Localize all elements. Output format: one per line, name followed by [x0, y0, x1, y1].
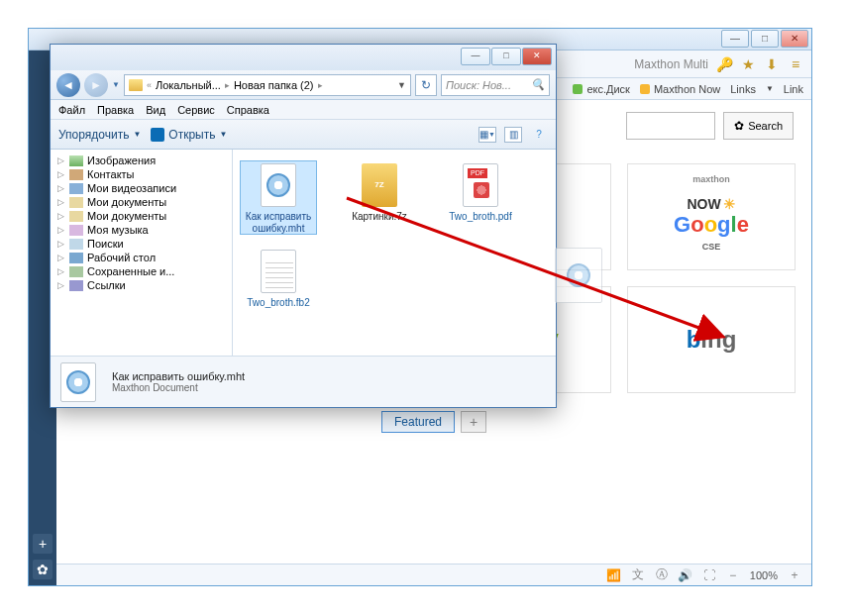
expand-icon[interactable]: ▷ [56, 184, 65, 193]
status-abp-icon[interactable]: Ⓐ [655, 568, 669, 582]
menu-view[interactable]: Вид [146, 104, 165, 116]
bookmark-link[interactable]: Link [784, 83, 803, 95]
crumb-chevron-icon[interactable]: ▸ [318, 80, 323, 90]
tree-label: Рабочий стол [87, 252, 156, 263]
file-grid[interactable]: Как исправить ошибку.mht 7Z Картинки.7z … [233, 150, 556, 356]
expand-icon[interactable]: ▷ [56, 254, 65, 262]
google-logo: Google [674, 212, 749, 238]
tree-label: Сохраненные и... [87, 265, 174, 277]
explorer-search-input[interactable]: Поиск: Нов... 🔍 [441, 74, 550, 96]
open-label: Открыть [168, 128, 215, 142]
nav-forward-button[interactable]: ► [84, 73, 108, 97]
key-icon[interactable]: 🔑 [716, 56, 732, 72]
bookmark-yandex-disk[interactable]: екс.Диск [573, 83, 630, 95]
tile-maxthon-now[interactable]: maxthon NOW ☀ Google CSE [627, 163, 796, 270]
star-icon[interactable]: ★ [740, 56, 756, 72]
videos-icon [69, 183, 83, 194]
nav-back-button[interactable]: ◄ [56, 73, 80, 97]
zoom-in-button[interactable]: + [788, 568, 801, 582]
download-icon[interactable]: ⬇ [764, 56, 780, 72]
tab-add-button[interactable]: + [461, 411, 486, 433]
expand-icon[interactable]: ▷ [56, 156, 65, 165]
crumb-chevron-icon[interactable]: ▸ [225, 80, 230, 90]
bookmark-maxthon-now[interactable]: Maxthon Now [640, 83, 720, 95]
gear-icon: ✿ [734, 119, 744, 133]
tree-item-images[interactable]: ▷Изображения [53, 154, 230, 167]
chevron-down-icon[interactable]: ▼ [112, 80, 120, 89]
address-bar[interactable]: « Локальный... ▸ Новая папка (2) ▸ ▼ [124, 74, 411, 96]
preview-pane-button[interactable]: ▥ [504, 127, 522, 143]
browser-minimize-button[interactable]: — [721, 30, 749, 48]
expand-icon[interactable]: ▷ [56, 170, 65, 179]
tab-featured[interactable]: Featured [381, 411, 455, 433]
tree-item-links[interactable]: ▷Ссылки [53, 278, 230, 292]
sidebar-add-button[interactable]: + [33, 534, 53, 554]
organize-button[interactable]: Упорядочить ▼ [58, 128, 141, 142]
explorer-minimize-button[interactable]: — [461, 48, 490, 65]
chevron-down-icon: ▼ [219, 130, 227, 139]
speed-dial-tabs: Featured + [74, 411, 794, 433]
search-input[interactable] [626, 112, 715, 140]
chevron-down-icon[interactable]: ▼ [766, 84, 774, 93]
tree-label: Мои документы [87, 196, 166, 208]
search-icon: 🔍 [531, 78, 545, 91]
status-fullscreen-icon[interactable]: ⛶ [702, 568, 716, 582]
view-options-button[interactable]: ▦▼ [478, 127, 496, 143]
bookmark-label: екс.Диск [586, 83, 630, 95]
search-folder-icon [69, 239, 83, 250]
sun-icon: ☀ [723, 196, 736, 212]
browser-maximize-button[interactable]: □ [751, 30, 779, 48]
zoom-out-button[interactable]: − [726, 568, 740, 582]
file-fb2[interactable]: Two_broth.fb2 [241, 248, 316, 309]
tree-item-videos[interactable]: ▷Мои видеозаписи [53, 181, 230, 195]
tree-item-desktop[interactable]: ▷Рабочий стол [53, 251, 230, 264]
status-sound-icon[interactable]: 🔊 [679, 568, 692, 582]
search-button[interactable]: ✿ Search [723, 112, 794, 140]
crumb-separator-icon: « [147, 80, 152, 90]
breadcrumb-1[interactable]: Локальный... [156, 79, 221, 91]
help-button[interactable]: ? [530, 127, 548, 143]
details-pane: Как исправить ошибку.mht Maxthon Documen… [51, 356, 556, 407]
now-brand-label: NOW [687, 196, 720, 212]
expand-icon[interactable]: ▷ [56, 267, 65, 276]
menu-tools[interactable]: Сервис [177, 104, 215, 116]
expand-icon[interactable]: ▷ [56, 198, 65, 207]
status-translate-icon[interactable]: 文 [631, 568, 645, 582]
menu-icon[interactable]: ≡ [788, 56, 803, 72]
tree-item-saved[interactable]: ▷Сохраненные и... [53, 264, 230, 278]
open-button[interactable]: Открыть ▼ [151, 128, 227, 142]
bookmark-links[interactable]: Links [730, 83, 756, 95]
links-icon [69, 280, 83, 291]
mht-file-icon [261, 163, 296, 207]
tree-item-documents-2[interactable]: ▷Мои документы [53, 209, 230, 223]
breadcrumb-2[interactable]: Новая папка (2) [234, 79, 314, 91]
expand-icon[interactable]: ▷ [56, 240, 65, 249]
tile-bing[interactable]: bing [627, 286, 796, 393]
menu-edit[interactable]: Правка [97, 104, 134, 116]
expand-icon[interactable]: ▷ [56, 226, 65, 235]
menu-help[interactable]: Справка [227, 104, 269, 116]
navigation-tree[interactable]: ▷Изображения ▷Контакты ▷Мои видеозаписи … [51, 150, 233, 356]
file-mht[interactable]: Как исправить ошибку.mht [241, 161, 316, 234]
file-pdf[interactable]: Two_broth.pdf [443, 161, 518, 234]
browser-close-button[interactable]: ✕ [781, 30, 808, 48]
tree-item-contacts[interactable]: ▷Контакты [53, 167, 230, 181]
search-button-label: Search [748, 120, 783, 132]
file-7z[interactable]: 7Z Картинки.7z [342, 161, 417, 234]
address-hint[interactable]: Maxthon Multi [634, 57, 708, 71]
tree-label: Поиски [87, 238, 124, 250]
expand-icon[interactable]: ▷ [56, 212, 65, 221]
explorer-maximize-button[interactable]: □ [491, 48, 521, 65]
explorer-body: ▷Изображения ▷Контакты ▷Мои видеозаписи … [51, 150, 556, 356]
explorer-titlebar[interactable]: — □ ✕ [51, 45, 556, 70]
refresh-button[interactable]: ↻ [415, 74, 437, 96]
explorer-close-button[interactable]: ✕ [522, 48, 552, 65]
tree-item-documents-1[interactable]: ▷Мои документы [53, 195, 230, 209]
status-graph-icon[interactable]: 📶 [607, 568, 621, 582]
menu-file[interactable]: Файл [58, 104, 85, 116]
expand-icon[interactable]: ▷ [56, 281, 65, 290]
tree-item-music[interactable]: ▷Моя музыка [53, 223, 230, 237]
sidebar-settings-button[interactable]: ✿ [33, 560, 53, 579]
address-dropdown-icon[interactable]: ▼ [397, 80, 406, 90]
tree-item-searches[interactable]: ▷Поиски [53, 237, 230, 251]
